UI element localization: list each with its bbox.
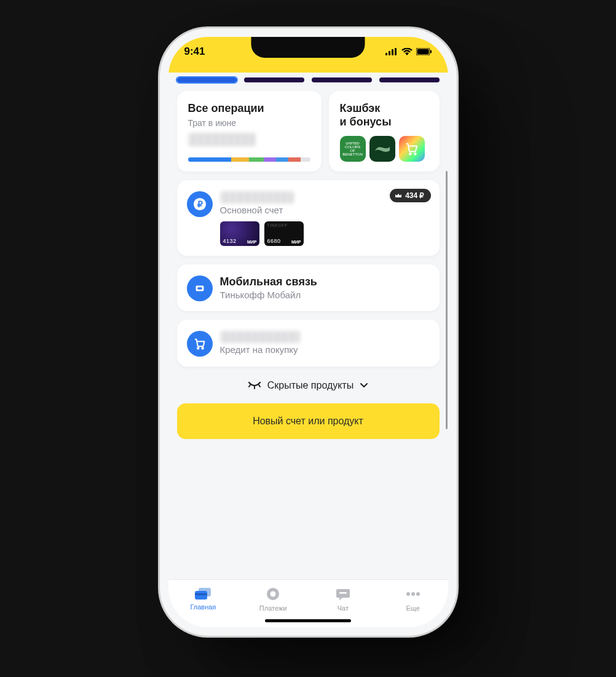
svg-point-13 [197, 347, 199, 349]
cards-stack-icon [194, 586, 212, 601]
more-icon [405, 586, 422, 602]
svg-point-24 [406, 592, 410, 596]
tab-more-label: Еще [406, 604, 419, 612]
status-icons [385, 48, 432, 55]
svg-point-8 [414, 153, 416, 155]
chevron-down-icon [360, 382, 368, 389]
account-credit[interactable]: Кредит на покупку [177, 320, 440, 366]
scrollbar[interactable] [446, 171, 448, 429]
partner-icon: UNITED COLORSOF BENETTON [340, 136, 366, 162]
svg-line-15 [249, 385, 250, 387]
cart-icon [187, 331, 213, 357]
sim-icon [187, 275, 213, 301]
svg-rect-20 [195, 593, 207, 595]
card-thumbnails: 4132 МИР TINKOFF 6680 МИР [220, 221, 430, 246]
svg-point-26 [416, 592, 420, 596]
card-system: МИР [247, 240, 257, 244]
svg-point-14 [202, 347, 203, 349]
card-last4: 4132 [223, 238, 237, 244]
svg-rect-0 [385, 53, 387, 55]
svg-point-7 [409, 153, 411, 155]
hidden-products-label: Скрытые продукты [267, 380, 354, 391]
stories-row[interactable] [168, 77, 448, 82]
story-item[interactable] [244, 77, 304, 82]
tab-payments-label: Платежи [259, 604, 287, 612]
account-mobile[interactable]: Мобильная связь Тинькофф Мобайл [177, 264, 440, 311]
cashback-title-l1: Кэшбэк [340, 102, 428, 116]
svg-point-22 [270, 592, 276, 597]
tab-home-label: Главная [190, 603, 216, 611]
crown-icon [395, 192, 402, 199]
new-product-label: Новый счет или продукт [253, 416, 363, 426]
svg-rect-23 [339, 592, 347, 594]
operations-title: Все операции [188, 102, 310, 116]
credit-balance-blurred [220, 331, 300, 343]
battery-icon [416, 48, 432, 55]
account-balance-blurred [220, 191, 294, 204]
card-last4: 6680 [267, 238, 281, 244]
svg-rect-2 [392, 49, 393, 55]
chat-icon [335, 586, 351, 602]
svg-rect-3 [395, 48, 397, 55]
account-mobile-title: Мобильная связь [220, 275, 430, 288]
tab-more[interactable]: Еще [378, 586, 448, 612]
tab-chat[interactable]: Чат [308, 586, 378, 612]
partner-icon [399, 136, 425, 162]
ruble-icon: ₽ [187, 191, 213, 217]
wifi-icon [401, 48, 413, 55]
story-item[interactable] [177, 77, 237, 82]
status-time: 9:41 [184, 46, 205, 58]
header-accent [168, 66, 448, 73]
notch [251, 37, 365, 58]
account-main-subtitle: Основной счет [220, 205, 430, 215]
summary-cards: Все операции Трат в июне Кэшбэк и бонусы… [177, 91, 440, 172]
cashback-amount: 434 ₽ [405, 191, 424, 200]
operations-bar [188, 157, 310, 162]
eye-closed-icon [248, 381, 261, 390]
card-thumb[interactable]: 4132 МИР [220, 221, 259, 246]
operations-amount-blurred [188, 133, 256, 146]
account-main[interactable]: ₽ Основной счет 4132 МИР TINKOFF 6680 МИ… [177, 180, 440, 256]
account-credit-subtitle: Кредит на покупку [220, 344, 430, 355]
svg-text:₽: ₽ [197, 200, 202, 209]
operations-card[interactable]: Все операции Трат в июне [177, 91, 322, 172]
cashback-card[interactable]: Кэшбэк и бонусы UNITED COLORSOF BENETTON [329, 91, 440, 172]
svg-rect-5 [417, 49, 428, 55]
story-item[interactable] [379, 77, 440, 82]
partner-icon [369, 136, 395, 162]
card-thumb[interactable]: TINKOFF 6680 МИР [264, 221, 304, 246]
operations-subtitle: Трат в июне [188, 118, 310, 128]
story-item[interactable] [312, 77, 372, 82]
svg-rect-12 [197, 287, 202, 290]
payments-icon [265, 586, 281, 602]
new-product-button[interactable]: Новый счет или продукт [177, 403, 440, 439]
tab-home[interactable]: Главная [168, 586, 239, 611]
cashback-title-l2: и бонусы [340, 116, 428, 129]
card-system: МИР [291, 240, 301, 244]
svg-rect-6 [430, 50, 432, 53]
home-indicator[interactable] [265, 619, 351, 622]
tab-payments[interactable]: Платежи [238, 586, 308, 612]
hidden-products-toggle[interactable]: Скрытые продукты [177, 375, 440, 392]
svg-line-17 [259, 385, 260, 387]
status-bar: 9:41 [168, 37, 448, 66]
cellular-icon [385, 48, 398, 55]
cashback-badge[interactable]: 434 ₽ [390, 189, 430, 202]
svg-point-25 [411, 592, 415, 596]
phone-frame: 9:41 Все операции Трат в июне Кэшбэк [168, 37, 448, 627]
main-scroll[interactable]: Все операции Трат в июне Кэшбэк и бонусы… [168, 66, 448, 579]
account-mobile-subtitle: Тинькофф Мобайл [220, 290, 430, 300]
svg-rect-1 [389, 51, 390, 55]
tab-chat-label: Чат [338, 604, 349, 612]
